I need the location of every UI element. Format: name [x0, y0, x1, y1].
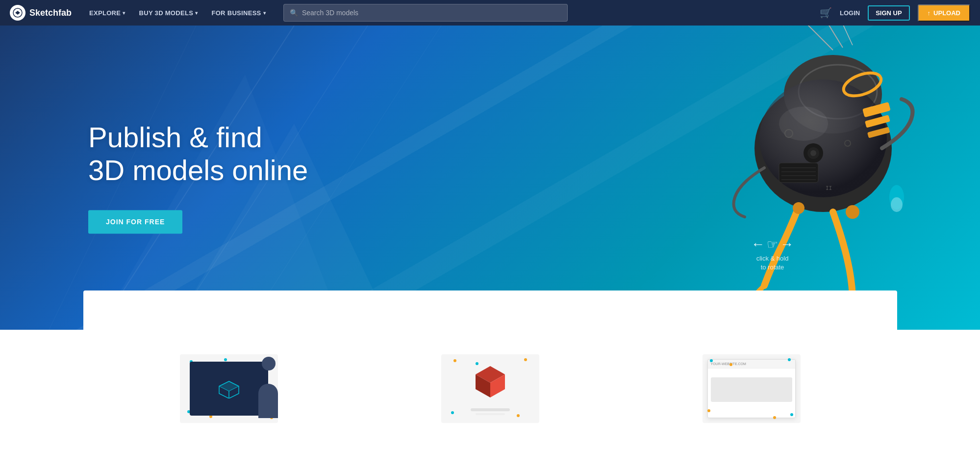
website-embed-area [711, 377, 792, 402]
click-hint-text: click & holdto rotate [756, 254, 789, 272]
search-box[interactable]: 🔍 [283, 4, 568, 22]
cart-icon[interactable]: 🛒 [820, 7, 832, 19]
feature-2-image [441, 354, 539, 423]
search-icon: 🔍 [290, 9, 298, 17]
feature-1-image [180, 354, 278, 423]
nav-for-business[interactable]: FOR BUSINESS ▾ [205, 5, 271, 21]
website-lines [711, 371, 792, 406]
hero-section: Publish & find 3D models online JOIN FOR… [0, 26, 980, 330]
website-content [708, 369, 795, 409]
signup-button[interactable]: SIGN UP [868, 5, 909, 21]
bottom-section-peek [83, 290, 897, 330]
person-head [262, 357, 276, 370]
search-input[interactable] [302, 9, 561, 17]
person-body [258, 384, 278, 418]
cube-stand [471, 408, 510, 411]
join-free-button[interactable]: JOIN FOR FREE [88, 211, 182, 234]
svg-point-30 [846, 205, 859, 219]
website-url-text: YOUR-WEBSITE.COM [711, 362, 746, 366]
buy-models-chevron-icon: ▾ [195, 10, 198, 16]
3d-cube [468, 362, 512, 406]
dot [224, 358, 227, 361]
svg-text:II: II [826, 185, 832, 191]
upload-button[interactable]: ↑ UPLOAD [918, 4, 970, 22]
dot [788, 358, 791, 361]
feature-3-image: YOUR-WEBSITE.COM [703, 354, 801, 423]
logo-text: Sketchfab [29, 8, 72, 18]
login-button[interactable]: LOGIN [840, 9, 860, 17]
cube-base [476, 413, 505, 415]
svg-line-8 [823, 26, 843, 48]
rotate-cursor-icon: ← ☞ → [751, 237, 794, 252]
feature-embed: YOUR-WEBSITE.COM [703, 354, 801, 423]
svg-line-9 [838, 26, 853, 45]
svg-point-28 [891, 197, 903, 212]
hero-title: Publish & find 3D models online [88, 121, 308, 186]
features-section: YOUR-WEBSITE.COM [0, 330, 980, 443]
hero-content: Publish & find 3D models online JOIN FOR… [88, 121, 308, 234]
dot [790, 413, 793, 416]
search-container: 🔍 [283, 4, 568, 22]
navbar: Sketchfab EXPLORE ▾ BUY 3D MODELS ▾ FOR … [0, 0, 980, 26]
cube-display [468, 362, 512, 415]
upload-screen [190, 362, 268, 416]
feature-upload [180, 354, 278, 423]
website-mockup: YOUR-WEBSITE.COM [707, 359, 796, 418]
for-business-chevron-icon: ▾ [263, 10, 266, 16]
cube-svg [468, 362, 512, 406]
svg-point-13 [759, 79, 887, 197]
dot [710, 359, 713, 362]
website-url-bar: YOUR-WEBSITE.COM [708, 360, 795, 369]
hero-robot-illustration: II [598, 26, 941, 330]
cube-upload-icon [217, 379, 241, 398]
upload-arrow-icon: ↑ [928, 9, 931, 17]
feature-share [441, 354, 539, 423]
svg-line-7 [804, 26, 833, 50]
nav-explore[interactable]: EXPLORE ▾ [83, 5, 131, 21]
logo-icon [10, 5, 25, 21]
nav-right: 🛒 LOGIN SIGN UP ↑ UPLOAD [820, 4, 970, 22]
dot [453, 359, 456, 362]
nav-menu: EXPLORE ▾ BUY 3D MODELS ▾ FOR BUSINESS ▾ [83, 5, 272, 21]
dot [729, 363, 732, 366]
robot-svg: II [598, 26, 941, 330]
svg-marker-36 [219, 381, 239, 391]
svg-point-21 [810, 150, 816, 156]
explore-chevron-icon: ▾ [123, 10, 125, 16]
dot [524, 358, 527, 361]
click-hint: ← ☞ → click & holdto rotate [751, 237, 794, 272]
nav-buy-models[interactable]: BUY 3D MODELS ▾ [133, 5, 204, 21]
logo[interactable]: Sketchfab [10, 5, 72, 21]
dot [773, 416, 776, 419]
svg-point-29 [793, 202, 804, 214]
svg-point-31 [779, 106, 828, 141]
dot [517, 414, 520, 417]
dot [451, 411, 454, 414]
dot [707, 409, 710, 412]
